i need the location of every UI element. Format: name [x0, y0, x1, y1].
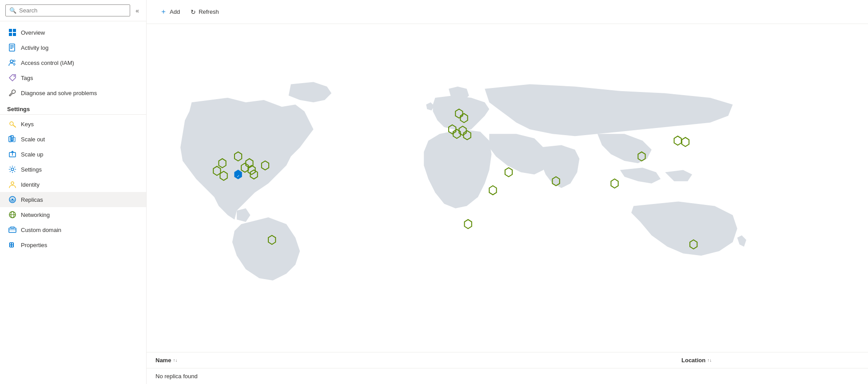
svg-marker-60: [682, 137, 689, 146]
sidebar-item-settings-label: Settings: [21, 166, 42, 173]
svg-point-19: [11, 182, 14, 184]
svg-point-22: [12, 199, 13, 200]
svg-marker-55: [489, 186, 496, 195]
sidebar-item-diagnose-label: Diagnose and solve problems: [21, 90, 97, 96]
sidebar-item-networking-label: Networking: [21, 212, 50, 218]
sidebar-item-identity[interactable]: Identity: [0, 177, 146, 192]
table-header: Name ↑↓ Location ↑↓: [147, 352, 868, 368]
world-map: ✓: [147, 24, 868, 352]
svg-rect-1: [13, 29, 16, 32]
svg-marker-54: [505, 168, 512, 176]
sidebar-item-custom-domain-label: Custom domain: [21, 227, 61, 233]
sidebar-item-keys-label: Keys: [21, 121, 34, 128]
people-icon: [8, 59, 16, 67]
sidebar-search-row: 🔍 «: [0, 0, 146, 21]
sidebar-item-properties[interactable]: Properties: [0, 237, 146, 252]
add-label: Add: [170, 8, 180, 15]
sidebar-item-settings[interactable]: Settings: [0, 162, 146, 177]
sidebar-item-networking[interactable]: Networking: [0, 207, 146, 222]
name-column-header[interactable]: Name ↑↓: [155, 357, 681, 364]
sidebar-item-scale-up-label: Scale up: [21, 151, 44, 158]
add-button[interactable]: ＋ Add: [155, 4, 184, 19]
grid-icon: [8, 28, 16, 36]
main-content: ＋ Add ↻ Refresh: [147, 0, 868, 384]
sidebar-item-access-control[interactable]: Access control (IAM): [0, 55, 146, 70]
svg-point-8: [10, 60, 13, 63]
location-column-label: Location: [681, 357, 705, 364]
sidebar-item-scale-out-label: Scale out: [21, 136, 45, 143]
svg-rect-2: [9, 33, 12, 36]
svg-rect-7: [10, 48, 12, 49]
svg-marker-47: [465, 220, 472, 228]
sidebar-item-replicas-label: Replicas: [21, 196, 43, 203]
sidebar-item-diagnose[interactable]: Diagnose and solve problems: [0, 85, 146, 100]
svg-rect-3: [13, 33, 16, 36]
sidebar-item-tags-label: Tags: [21, 75, 33, 81]
sidebar-item-properties-label: Properties: [21, 242, 47, 248]
sidebar-item-activity-log-label: Activity log: [21, 44, 48, 51]
svg-point-18: [11, 168, 14, 171]
svg-rect-5: [10, 45, 14, 46]
doc-icon: [8, 44, 16, 52]
replicas-icon: [8, 196, 16, 204]
scale-out-icon: [8, 135, 16, 143]
refresh-icon: ↻: [191, 8, 196, 16]
sidebar-item-scale-out[interactable]: Scale out: [0, 132, 146, 147]
sidebar-item-scale-up[interactable]: Scale up: [0, 147, 146, 162]
scale-up-icon: [8, 150, 16, 158]
location-sort-icon[interactable]: ↑↓: [707, 358, 712, 363]
svg-rect-6: [10, 47, 14, 48]
settings-section-header: Settings: [0, 100, 146, 115]
svg-rect-0: [9, 29, 12, 32]
sidebar-item-activity-log[interactable]: Activity log: [0, 40, 146, 55]
toolbar: ＋ Add ↻ Refresh: [147, 0, 868, 24]
properties-icon: [8, 241, 16, 249]
sidebar-item-custom-domain[interactable]: Custom domain: [0, 222, 146, 237]
sidebar-item-keys[interactable]: Keys: [0, 116, 146, 132]
replicas-table: Name ↑↓ Location ↑↓ No replica found: [147, 352, 868, 384]
sidebar: 🔍 « Overview Activity log Access control…: [0, 0, 147, 384]
collapse-button[interactable]: «: [134, 5, 141, 16]
name-sort-icon[interactable]: ↑↓: [173, 358, 177, 363]
svg-point-11: [14, 76, 15, 77]
wrench-icon: [8, 89, 16, 97]
sidebar-item-replicas[interactable]: Replicas: [0, 192, 146, 207]
search-box[interactable]: 🔍: [5, 4, 130, 16]
search-icon: 🔍: [9, 7, 16, 14]
key-icon: [8, 120, 16, 128]
search-input[interactable]: [19, 7, 126, 14]
tag-icon: [8, 74, 16, 82]
svg-rect-4: [9, 44, 15, 51]
identity-icon: [8, 180, 16, 188]
domain-icon: [8, 226, 16, 234]
svg-text:✓: ✓: [237, 174, 240, 178]
sidebar-item-tags[interactable]: Tags: [0, 70, 146, 85]
sidebar-item-overview[interactable]: Overview: [0, 25, 146, 40]
svg-point-9: [13, 60, 15, 62]
location-column-header[interactable]: Location ↑↓: [681, 357, 859, 364]
sidebar-nav: Overview Activity log Access control (IA…: [0, 21, 146, 256]
add-icon: ＋: [160, 7, 167, 16]
table-body: No replica found: [147, 368, 868, 384]
svg-marker-59: [674, 136, 681, 145]
refresh-button[interactable]: ↻ Refresh: [186, 6, 223, 18]
svg-marker-57: [611, 179, 618, 188]
empty-message: No replica found: [155, 373, 859, 380]
sidebar-item-identity-label: Identity: [21, 181, 40, 188]
sidebar-item-access-control-label: Access control (IAM): [21, 60, 74, 66]
name-column-label: Name: [155, 357, 171, 364]
gear-icon: [8, 165, 16, 173]
svg-line-13: [13, 125, 16, 127]
sidebar-item-overview-label: Overview: [21, 29, 45, 36]
network-icon: [8, 211, 16, 219]
svg-rect-27: [11, 227, 14, 228]
refresh-label: Refresh: [199, 8, 219, 15]
